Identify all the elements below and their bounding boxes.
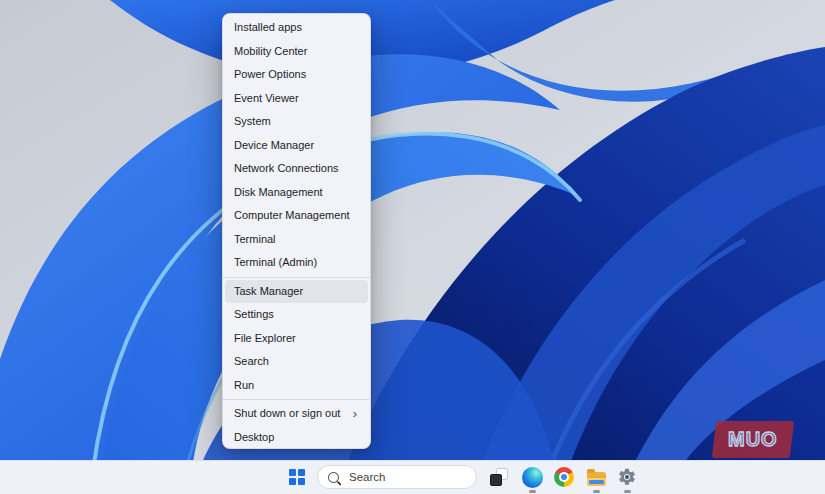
taskbar-search[interactable] [317, 465, 477, 489]
start-button[interactable] [283, 463, 311, 491]
file-explorer-icon [587, 472, 606, 486]
desktop-wallpaper [0, 0, 825, 494]
search-icon [328, 472, 339, 483]
menu-item-desktop[interactable]: Desktop [225, 426, 368, 450]
menu-item-file-explorer[interactable]: File Explorer [225, 327, 368, 351]
menu-item-disk-management[interactable]: Disk Management [225, 181, 368, 205]
menu-item-event-viewer[interactable]: Event Viewer [225, 87, 368, 111]
task-view-button[interactable] [485, 463, 513, 491]
edge-running-indicator [529, 490, 536, 493]
menu-item-mobility-center[interactable]: Mobility Center [225, 40, 368, 64]
menu-item-search[interactable]: Search [225, 350, 368, 374]
menu-item-label: Shut down or sign out [234, 402, 340, 426]
menu-item-shut-down-or-sign-out[interactable]: Shut down or sign out › [225, 402, 368, 426]
edge-button[interactable] [518, 463, 546, 491]
settings-running-indicator [624, 490, 631, 493]
chevron-right-icon: › [353, 407, 359, 420]
gear-icon [617, 467, 637, 487]
menu-item-network-connections[interactable]: Network Connections [225, 157, 368, 181]
settings-button[interactable] [613, 463, 641, 491]
menu-item-terminal-admin[interactable]: Terminal (Admin) [225, 251, 368, 275]
menu-item-run[interactable]: Run [225, 374, 368, 398]
menu-item-computer-management[interactable]: Computer Management [225, 204, 368, 228]
taskbar [0, 460, 825, 494]
menu-separator [223, 277, 370, 278]
power-user-menu: Installed apps Mobility Center Power Opt… [222, 13, 371, 449]
chrome-icon [554, 467, 574, 487]
search-input[interactable] [347, 470, 466, 484]
file-explorer-button[interactable] [582, 463, 610, 491]
menu-item-power-options[interactable]: Power Options [225, 63, 368, 87]
task-view-icon [490, 468, 508, 486]
menu-item-installed-apps[interactable]: Installed apps [225, 16, 368, 40]
menu-separator [223, 399, 370, 400]
menu-item-device-manager[interactable]: Device Manager [225, 134, 368, 158]
menu-item-system[interactable]: System [225, 110, 368, 134]
windows-logo-icon [289, 469, 305, 485]
menu-item-task-manager[interactable]: Task Manager [225, 280, 368, 304]
menu-item-settings[interactable]: Settings [225, 303, 368, 327]
edge-icon [522, 467, 543, 488]
menu-item-terminal[interactable]: Terminal [225, 228, 368, 252]
file-explorer-running-indicator [593, 490, 600, 493]
chrome-button[interactable] [550, 463, 578, 491]
muo-watermark: MUO [712, 421, 795, 458]
muo-watermark-text: MUO [728, 428, 778, 451]
